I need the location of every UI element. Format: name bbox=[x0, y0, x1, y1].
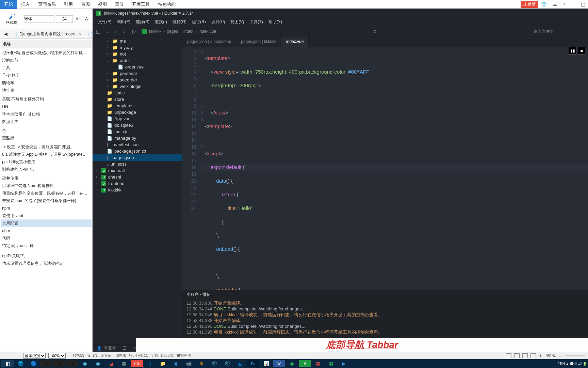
code-area[interactable]: 123456789101112131415161718192021222324 … bbox=[182, 47, 588, 290]
word-icon[interactable]: W bbox=[273, 360, 285, 367]
outline-item[interactable]: 工具 bbox=[1, 64, 92, 72]
outline-item[interactable]: ·快+准+精,自已成为微信小程序开发的打印机,以打印机的速度 bbox=[1, 49, 92, 57]
volume-icon[interactable]: 🔊 bbox=[578, 362, 582, 366]
sidebar-toggle-icon[interactable]: ◫ bbox=[96, 29, 100, 34]
tray-icon[interactable]: 💬 bbox=[570, 362, 574, 366]
breadcrumb-item[interactable]: index.vue bbox=[199, 29, 216, 34]
tray-up-icon[interactable]: ^ bbox=[558, 362, 559, 366]
breadcrumb-item[interactable]: kkkkkk bbox=[149, 29, 161, 34]
maximize-icon[interactable]: ▢ bbox=[578, 2, 588, 7]
font-shrink-button[interactable]: A⁻ bbox=[84, 16, 92, 22]
pause-button[interactable]: ▮▮ bbox=[569, 47, 576, 55]
vscode-icon[interactable]: ⟨⟩ bbox=[144, 360, 156, 367]
view-mode-icon[interactable] bbox=[522, 353, 528, 358]
word-tab-insert[interactable]: 插入 bbox=[17, 0, 34, 9]
menu-find[interactable]: 查找(I) bbox=[153, 19, 169, 25]
code-lines[interactable]: <template> <view style="width: 750rpx;he… bbox=[205, 47, 588, 290]
view-mode-icon[interactable] bbox=[530, 353, 536, 358]
outline-item[interactable]: 6:1 请注意无 AppID 关联下, 调用 wx.operateWXData … bbox=[1, 151, 92, 158]
menu-tools[interactable]: 工具(T) bbox=[247, 19, 265, 25]
tree-folder[interactable]: ›📁me bbox=[93, 38, 182, 44]
word-tab-dev[interactable]: 开发工具 bbox=[128, 0, 154, 9]
battery-icon[interactable]: 🔋 bbox=[583, 362, 587, 366]
doctab-django[interactable]: 📄 Django之常用命令用这个.docx ✕ bbox=[9, 29, 84, 39]
tree-folder-order[interactable]: ⌄📂order bbox=[93, 57, 182, 64]
word-tab-special[interactable]: 特色功能 bbox=[154, 0, 180, 9]
outline-item[interactable]: 到构建的 NPM 包 bbox=[1, 166, 92, 173]
outline-item[interactable]: 色 bbox=[1, 127, 92, 134]
zoom-out-icon[interactable]: — bbox=[558, 354, 562, 358]
tree-file[interactable]: [ ]manifest.json bbox=[93, 141, 182, 148]
app-icon[interactable]: ◉ bbox=[92, 360, 104, 367]
tree-file[interactable]: 📄db.sqlite3 bbox=[93, 122, 182, 128]
close-icon[interactable]: ✕ bbox=[78, 29, 81, 39]
outline-item[interactable]: ppid 和设置小程序 bbox=[1, 158, 92, 166]
app-icon[interactable]: 📹 bbox=[182, 360, 195, 367]
terminal-icon[interactable]: ▪ bbox=[40, 360, 52, 367]
tree-project[interactable]: ›Ufrontend bbox=[93, 180, 182, 187]
font-family-select[interactable] bbox=[24, 15, 54, 23]
tray-icon[interactable]: ⊞ bbox=[574, 362, 577, 366]
outline-item[interactable]: 仿未设置管理员信息，无法被绑定 bbox=[1, 260, 92, 267]
login-status[interactable]: 未登录 bbox=[104, 345, 116, 351]
tree-project[interactable]: ›Ucheshi bbox=[93, 174, 182, 180]
tree-project[interactable]: ⌄Ukkkkkk bbox=[93, 187, 182, 193]
outline-item[interactable]: npm bbox=[1, 204, 92, 212]
browser-icon[interactable]: 🌐 bbox=[14, 360, 27, 367]
terminal-icon[interactable]: ▪ bbox=[66, 360, 78, 367]
login-status-badge[interactable]: 未登录 bbox=[521, 1, 538, 8]
run-icon[interactable]: ▷ bbox=[132, 29, 136, 34]
word-tab-view[interactable]: 视图 bbox=[94, 0, 111, 9]
help-icon[interactable]: ? bbox=[560, 2, 568, 7]
tree-folder[interactable]: ›📁store bbox=[93, 96, 182, 103]
star-icon[interactable]: ☆ bbox=[122, 29, 126, 34]
outline-item[interactable]: opID 关联下, bbox=[1, 252, 92, 260]
display-level-select[interactable]: 显示级别 bbox=[23, 353, 46, 359]
file-search-input[interactable] bbox=[534, 29, 585, 34]
app-icon[interactable]: ◉ bbox=[286, 360, 298, 367]
app-icon[interactable]: ▦ bbox=[118, 360, 130, 367]
menu-view[interactable]: 视图(V) bbox=[228, 19, 246, 25]
outline-item[interactable]: 购物车 bbox=[1, 79, 92, 87]
editor-tab[interactable]: pages.json | djbookshop bbox=[182, 36, 236, 47]
photoshop-icon[interactable]: Ps bbox=[247, 360, 259, 367]
hbuilder-icon[interactable]: H bbox=[299, 360, 311, 367]
folder-icon[interactable]: 📁 bbox=[157, 360, 169, 367]
outline-item[interactable]: 装使用 vant bbox=[1, 212, 92, 219]
tree-file[interactable]: 📄App.vue bbox=[93, 116, 182, 122]
font-grow-button[interactable]: A⁺ bbox=[74, 16, 82, 22]
outline-item[interactable]: 子-购物车 bbox=[1, 72, 92, 79]
tree-file-order-vue[interactable]: 📄order.vue bbox=[93, 64, 182, 70]
tree-folder[interactable]: ›📁mypay bbox=[93, 44, 182, 51]
tree-folder[interactable]: ›📁static bbox=[93, 90, 182, 96]
outline-item[interactable]: 代码 bbox=[1, 234, 92, 242]
minimize-icon[interactable]: — bbox=[568, 2, 578, 7]
vscode-icon[interactable]: ◣ bbox=[234, 360, 246, 367]
nav-back-icon[interactable]: ‹ bbox=[107, 29, 108, 34]
outline-item[interactable]: 架并使用 bbox=[1, 174, 92, 182]
app-icon[interactable]: ▦ bbox=[325, 360, 337, 367]
tree-file[interactable]: 📄main.js bbox=[93, 128, 182, 135]
outline-item[interactable]: 来安装 npm 的包了(安装任何框架都一样) bbox=[1, 197, 92, 204]
app-icon[interactable]: ▦ bbox=[312, 360, 324, 367]
app-icon[interactable]: 有道 bbox=[131, 360, 143, 367]
tray-icon[interactable]: ▲ bbox=[566, 362, 569, 366]
view-mode-icon[interactable] bbox=[506, 353, 511, 358]
breadcrumb-item[interactable]: index bbox=[183, 29, 193, 34]
start-menu-button[interactable]: ◧ bbox=[1, 360, 14, 367]
language-indicator[interactable]: EN bbox=[560, 362, 565, 366]
tree-folder[interactable]: ›📁unpackage bbox=[93, 109, 182, 116]
terminal-icon[interactable]: ▪ bbox=[53, 360, 65, 367]
shirt-icon[interactable]: 👕 bbox=[538, 2, 550, 7]
menu-edit[interactable]: 编辑(E) bbox=[115, 19, 132, 25]
menu-run[interactable]: 运行(R) bbox=[190, 19, 208, 25]
font-size-select[interactable] bbox=[56, 15, 73, 23]
tree-file[interactable]: 📄package.json.txt bbox=[93, 148, 182, 154]
cloud-icon[interactable]: ☁ bbox=[550, 2, 560, 7]
player-icon[interactable]: ▶ bbox=[338, 360, 350, 367]
zoom-select[interactable]: 100% bbox=[48, 353, 66, 359]
tree-folder[interactable]: ›📁weixinlogin bbox=[93, 83, 182, 90]
outline-item[interactable]: obar bbox=[1, 227, 92, 234]
outline-item[interactable]: 地址表 bbox=[1, 87, 92, 94]
spellcheck-indicator[interactable]: 拼写检查 bbox=[177, 353, 192, 358]
